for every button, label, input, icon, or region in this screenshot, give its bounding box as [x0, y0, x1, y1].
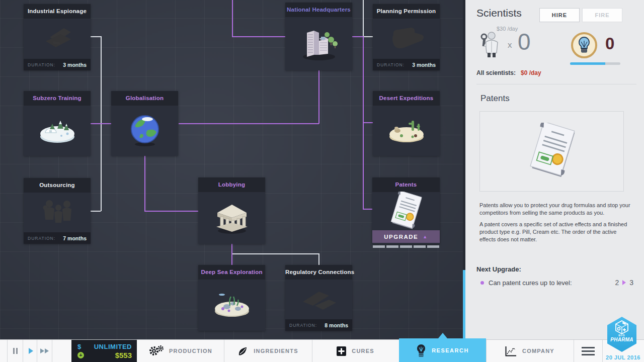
- connection-line: [232, 0, 233, 36]
- sea-island-icon: [198, 280, 265, 331]
- research-node-desert-expeditions[interactable]: Desert Expeditions: [373, 91, 440, 156]
- upgrade-pip: [373, 245, 385, 248]
- separator: [52, 340, 52, 362]
- logo-text-pharma: PHARMA: [610, 337, 633, 342]
- research-node-industrial-espionage[interactable]: Industrial Espionage DURATION: 3 months: [24, 4, 91, 70]
- research-node-subzero-training[interactable]: Subzero Training: [24, 91, 91, 156]
- research-node-outsourcing[interactable]: Outsourcing DURATION: 7 months: [24, 178, 91, 244]
- multiplier-label: x: [508, 40, 512, 50]
- duration-label: DURATION:: [377, 62, 405, 67]
- research-node-lobbying[interactable]: Lobbying: [198, 177, 265, 244]
- patents-heading: Patents: [480, 94, 510, 104]
- research-node-regulatory-connections[interactable]: Regulatory Connections DURATION: 8 month…: [285, 265, 352, 331]
- research-node-patents[interactable]: Patents UPGRADE▲: [372, 177, 440, 244]
- tab-cures[interactable]: CURES: [312, 340, 399, 362]
- connection-line: [363, 209, 373, 210]
- connection-line: [231, 253, 319, 254]
- buildings-icon: [285, 17, 352, 70]
- upgrade-button[interactable]: UPGRADE▲: [372, 230, 440, 243]
- income-plus-icon: +: [77, 352, 84, 358]
- pause-button[interactable]: [8, 340, 23, 362]
- research-node-national-headquarters[interactable]: National Headquarters: [285, 3, 352, 70]
- node-title: Outsourcing: [24, 178, 91, 193]
- duration-value: 7 months: [63, 235, 87, 241]
- tab-label: COMPANY: [522, 348, 554, 354]
- duration-row: DURATION: 8 months: [285, 319, 352, 331]
- scientists-title: Scientists: [476, 7, 522, 19]
- upgrade-pip: [386, 245, 398, 248]
- tab-label: PRODUCTION: [169, 348, 212, 354]
- boxes-icon: [285, 280, 352, 319]
- briefcase-icon: [24, 19, 91, 59]
- menu-button[interactable]: [574, 340, 602, 362]
- duration-label: DURATION:: [289, 323, 317, 328]
- plus-icon: [337, 346, 346, 356]
- cash-value: $553: [115, 351, 132, 359]
- tab-company[interactable]: COMPANY: [486, 340, 574, 362]
- currency-icon: $: [77, 343, 81, 350]
- node-title: Desert Expeditions: [373, 91, 440, 106]
- connection-line: [91, 123, 111, 124]
- research-node-globalisation[interactable]: Globalisation: [111, 91, 178, 156]
- info-panel: Scientists HIRE FIRE $30 /day x 0 0 All …: [465, 0, 644, 339]
- connection-line: [363, 122, 373, 123]
- connection-line: [352, 36, 363, 37]
- node-title: Globalisation: [111, 91, 178, 106]
- node-title: Patents: [372, 177, 440, 192]
- connection-line: [318, 253, 319, 265]
- game-date: 20 JUL 2016: [602, 354, 644, 360]
- research-node-deep-sea-exploration[interactable]: Deep Sea Exploration: [198, 265, 265, 331]
- duration-row: DURATION: 3 months: [373, 59, 440, 70]
- patents-description-1: Patents allow you to protect your drug f…: [479, 202, 633, 217]
- upgrade-pips: [373, 245, 439, 248]
- hire-button[interactable]: HIRE: [539, 8, 580, 22]
- desert-island-icon: [373, 106, 440, 156]
- all-scientists-label: All scientists:: [476, 69, 516, 76]
- chart-icon: [505, 346, 517, 356]
- play-button[interactable]: [23, 340, 38, 362]
- money-display: $ UNLIMITED + $553: [71, 340, 137, 362]
- duration-value: 3 months: [63, 62, 87, 68]
- bottom-toolbar: $ UNLIMITED + $553 PRODUCTION INGREDIENT…: [0, 339, 644, 362]
- tab-research-active[interactable]: RESEARCH: [399, 338, 486, 362]
- fast-forward-button[interactable]: [37, 340, 52, 362]
- upgrade-pip: [400, 245, 412, 248]
- patents-image-box: [479, 111, 624, 192]
- cube-icon: [615, 320, 628, 334]
- tab-label: RESEARCH: [432, 347, 469, 353]
- active-tab-arrow-icon: [438, 333, 447, 338]
- node-title: Deep Sea Exploration: [198, 265, 265, 280]
- knowledge-bulb-icon: [571, 32, 598, 61]
- research-tree: Industrial Espionage DURATION: 3 monthsS…: [0, 0, 463, 339]
- play-icon: [29, 348, 33, 354]
- upgrade-effect-text: Can patent cures up to level:: [489, 279, 572, 287]
- tab-ingredients[interactable]: INGREDIENTS: [224, 340, 312, 362]
- node-title: Industrial Espionage: [24, 4, 91, 19]
- knowledge-progress-bar: [570, 62, 620, 65]
- duration-value: 8 months: [325, 322, 348, 328]
- blob-icon: [373, 19, 440, 59]
- patent-scroll-icon: [526, 123, 578, 180]
- research-node-planning-permission[interactable]: Planning Permission DURATION: 3 months: [373, 4, 440, 70]
- upgrade-pip: [414, 245, 426, 248]
- connection-line: [231, 244, 232, 265]
- section-divider: [476, 84, 636, 84]
- scientist-count: 0: [518, 28, 531, 55]
- tab-production[interactable]: PRODUCTION: [137, 340, 224, 362]
- connection-line: [91, 211, 101, 212]
- upgrade-level-from: 2: [615, 279, 619, 287]
- people-icon: [24, 193, 91, 232]
- all-scientists-cost: $0 /day: [521, 69, 541, 76]
- patent-scroll-icon: [372, 192, 440, 229]
- next-upgrade-label: Next Upgrade:: [476, 265, 521, 273]
- connection-line: [144, 211, 198, 212]
- node-title: Regulatory Connections: [285, 265, 352, 280]
- globe-icon: [111, 106, 178, 156]
- connection-line: [179, 123, 319, 124]
- duration-value: 3 months: [412, 62, 436, 68]
- node-title: National Headquarters: [285, 3, 352, 17]
- connection-line: [144, 156, 145, 211]
- fire-button[interactable]: FIRE: [582, 8, 622, 22]
- tab-label: INGREDIENTS: [254, 348, 298, 354]
- duration-label: DURATION:: [28, 62, 55, 67]
